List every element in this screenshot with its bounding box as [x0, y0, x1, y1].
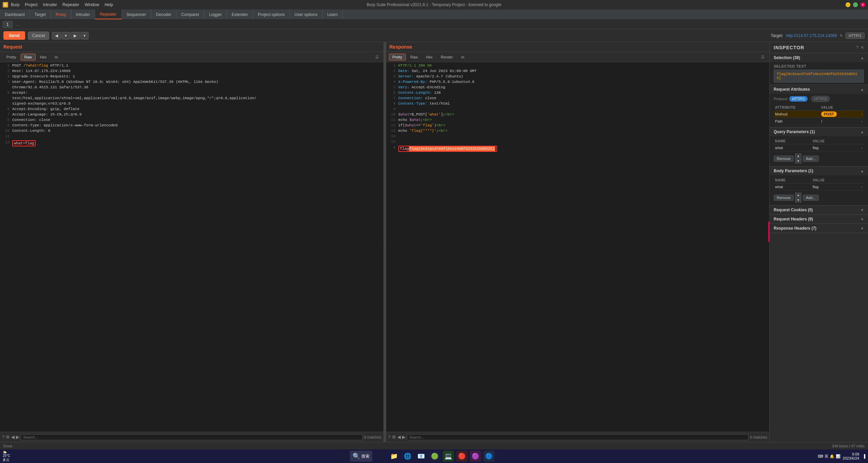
tab-proxy[interactable]: Proxy	[51, 10, 71, 19]
files-button[interactable]: 📁	[389, 451, 399, 462]
tab-decoder[interactable]: Decoder	[151, 10, 176, 19]
lang-icon[interactable]: 英	[825, 454, 828, 459]
keyboard-icon[interactable]: ⌨	[818, 454, 823, 459]
inspector-close-icon[interactable]: ✕	[861, 45, 864, 50]
tab-sequencer[interactable]: Sequencer	[122, 10, 151, 19]
request-search-help-icon[interactable]: ?	[2, 434, 4, 440]
close-button[interactable]: ✕	[861, 2, 865, 7]
http2-button[interactable]: HTTP/2	[811, 96, 830, 102]
menu-intruder[interactable]: Intruder	[43, 2, 57, 7]
show-desktop-button[interactable]: ▐	[861, 454, 865, 458]
attr-method-value[interactable]: POST	[820, 111, 856, 118]
query-remove-button[interactable]: Remove	[774, 156, 794, 162]
app2-button[interactable]: 💻	[443, 451, 454, 462]
tab-repeater[interactable]: Repeater	[95, 10, 121, 19]
request-tab-hex[interactable]: Hex	[36, 54, 51, 60]
tab-learn[interactable]: Learn	[322, 10, 343, 19]
request-menu-icon[interactable]: ☰	[373, 54, 381, 60]
tab-logger[interactable]: Logger	[204, 10, 227, 19]
code-line: 14	[386, 134, 770, 140]
edit-target-icon[interactable]: ✎	[839, 33, 843, 38]
http1-button[interactable]: HTTP/1	[789, 96, 808, 102]
nav-dropdown-button[interactable]: ▾	[62, 32, 70, 39]
mail-button[interactable]: 📧	[416, 451, 427, 462]
app1-button[interactable]: 🟢	[429, 451, 440, 462]
query-add-button[interactable]: Add...	[803, 156, 819, 162]
response-search-input[interactable]	[407, 434, 749, 440]
response-menu-icon[interactable]: ☰	[759, 54, 767, 60]
response-search-help-icon[interactable]: ?	[388, 434, 391, 440]
inspector-req-headers-header[interactable]: Request Headers (9) ▼	[770, 215, 868, 224]
request-search-prev-icon[interactable]: ◀	[11, 434, 15, 440]
nav-back-button[interactable]: ◀	[52, 32, 61, 39]
method-arrow-icon: ›	[861, 112, 863, 116]
response-code-area[interactable]: 1 HTTP/1.1 200 OK 2 Date: Sat, 24 Jun 20…	[386, 62, 770, 432]
body-remove-button[interactable]: Remove	[774, 195, 794, 201]
inspector-body-params-header[interactable]: Body Parameters (1) ▲	[770, 166, 868, 175]
body-add-button[interactable]: Add...	[803, 195, 819, 201]
tab-extender[interactable]: Extender	[227, 10, 253, 19]
tab-intruder[interactable]: Intruder	[71, 10, 95, 19]
inspector-resp-headers-header[interactable]: Response Headers (7) ▼	[770, 224, 868, 233]
target-url[interactable]: http://114.67.175.224:14069	[786, 33, 837, 38]
send-button[interactable]: Send	[3, 31, 25, 40]
body-up-button[interactable]: ▲	[795, 193, 801, 197]
notification-icon[interactable]: 🔔	[830, 454, 834, 459]
browser2-button[interactable]: 🔵	[484, 451, 494, 462]
query-down-button[interactable]: ▼	[795, 159, 801, 163]
nav-forward-button[interactable]: ▶	[71, 32, 80, 39]
request-search-next-icon[interactable]: ▶	[16, 434, 19, 440]
taskview-button[interactable]: ⧉	[375, 451, 386, 462]
browser-button[interactable]: 🌐	[402, 451, 413, 462]
request-code-area[interactable]: 1 POST /?what=flag HTTP/1.1 2 Host: 114.…	[0, 62, 383, 432]
response-tab-newline[interactable]: \n	[457, 54, 468, 60]
inspector-query-params-header[interactable]: Query Parameters (1) ▲	[770, 127, 868, 136]
menu-window[interactable]: Window	[84, 2, 99, 7]
http-version-badge[interactable]: HTTP/1	[846, 33, 865, 39]
tab-user-options[interactable]: User options	[290, 10, 322, 19]
start-button[interactable]: ⊞	[336, 451, 347, 462]
attr-path-value[interactable]: /	[820, 118, 856, 125]
tab-target[interactable]: Target	[30, 10, 51, 19]
response-search-settings-icon[interactable]: ⚙	[392, 434, 396, 440]
request-tab-raw[interactable]: Raw	[21, 54, 36, 60]
response-tab-render[interactable]: Render	[437, 54, 457, 60]
inspector-cookies-header[interactable]: Request Cookies (0) ▼	[770, 206, 868, 214]
menu-project[interactable]: Project	[25, 2, 37, 7]
repeater-tab-1[interactable]: 1	[3, 21, 13, 28]
request-search-input[interactable]	[21, 434, 363, 440]
app3-button[interactable]: 🔴	[456, 451, 467, 462]
body-down-button[interactable]: ▼	[795, 198, 801, 202]
response-search-next-icon[interactable]: ▶	[402, 434, 405, 440]
cancel-button[interactable]: Cancel	[28, 32, 49, 40]
flag-value: flag{0c01acd7e9f10ce2490f8253535d0525}	[409, 146, 495, 151]
inspector-selection-header[interactable]: Selection (38) ▲	[770, 53, 868, 62]
response-tab-hex[interactable]: Hex	[422, 54, 436, 60]
menu-help[interactable]: Help	[105, 2, 113, 7]
inspector-help-icon[interactable]: ?	[856, 45, 858, 50]
request-tab-newline[interactable]: \n	[51, 54, 61, 60]
request-tab-pretty[interactable]: Pretty	[3, 54, 20, 60]
request-search-settings-icon[interactable]: ⚙	[6, 434, 10, 440]
response-search-prev-icon[interactable]: ◀	[397, 434, 401, 440]
query-updown: ▲ ▼	[795, 154, 801, 163]
tab-project-options[interactable]: Project options	[253, 10, 290, 19]
weather-icon: ⛅	[3, 450, 7, 454]
menu-burp[interactable]: Burp	[11, 2, 19, 7]
response-tab-pretty[interactable]: Pretty	[389, 54, 406, 60]
inspector-req-attrs-header[interactable]: Request Attributes ▲	[770, 85, 868, 94]
maximize-button[interactable]: □	[853, 2, 858, 7]
menu-repeater[interactable]: Repeater	[62, 2, 79, 7]
qp-what-value[interactable]: flag	[811, 144, 853, 152]
response-tab-raw[interactable]: Raw	[407, 54, 421, 60]
query-up-button[interactable]: ▲	[795, 154, 801, 158]
nav-forward-dropdown-button[interactable]: ▾	[80, 32, 89, 39]
repeater-tab-add[interactable]: ...	[14, 21, 21, 28]
tab-dashboard[interactable]: Dashboard	[0, 10, 30, 19]
battery-icon[interactable]: 📊	[836, 454, 841, 459]
tab-comparer[interactable]: Comparer	[176, 10, 204, 19]
minimize-button[interactable]: —	[846, 2, 850, 7]
search-button[interactable]: 🔍 搜索	[350, 451, 372, 462]
bp-what-value[interactable]: flag	[811, 183, 853, 191]
app4-button[interactable]: 🟣	[470, 451, 481, 462]
